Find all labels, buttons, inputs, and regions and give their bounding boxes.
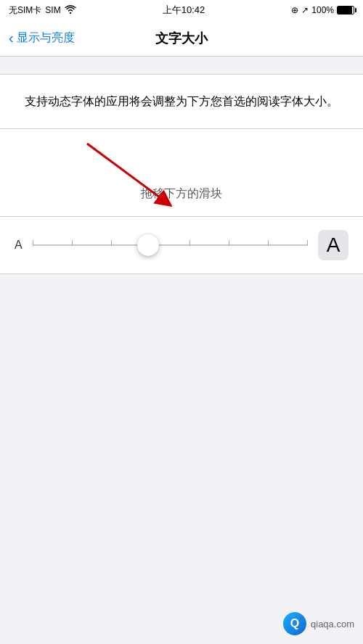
- watermark: Q qiaqa.com: [283, 612, 354, 635]
- page-title: 文字大小: [155, 30, 208, 47]
- back-label: 显示与亮度: [17, 30, 75, 46]
- watermark-logo-icon: Q: [283, 612, 306, 635]
- slider-thumb[interactable]: [137, 234, 159, 256]
- bottom-area: [0, 274, 363, 521]
- slider-large-a-wrap: A: [318, 230, 348, 260]
- back-chevron-icon: ‹: [9, 30, 14, 45]
- description-text: 支持动态字体的应用将会调整为下方您首选的阅读字体大小。: [15, 92, 348, 111]
- status-left: 无SIM卡 SIM: [9, 4, 76, 17]
- nav-bar: ‹ 显示与亮度 文字大小: [0, 20, 363, 57]
- slider-large-a-label: A: [327, 234, 340, 257]
- battery-fill: [338, 7, 352, 14]
- battery-icon: [337, 6, 354, 15]
- watermark-site-text: qiaqa.com: [311, 619, 354, 629]
- main-content: 支持动态字体的应用将会调整为下方您首选的阅读字体大小。 拖移下方的滑块 A: [0, 74, 363, 274]
- slider-track: [33, 244, 308, 246]
- watermark-logo-text: Q: [290, 617, 299, 630]
- status-time: 上午10:42: [163, 4, 205, 17]
- sim-icon: SIM: [45, 5, 60, 15]
- signal-arrow-icon: ↗: [301, 5, 309, 15]
- description-card: 支持动态字体的应用将会调整为下方您首选的阅读字体大小。: [0, 74, 363, 129]
- slider-track-container[interactable]: [33, 235, 308, 255]
- back-button[interactable]: ‹ 显示与亮度: [9, 30, 75, 46]
- slider-row: A A: [0, 216, 363, 274]
- status-bar: 无SIM卡 SIM 上午10:42 ⊕ ↗ 100%: [0, 0, 363, 20]
- status-right: ⊕ ↗ 100%: [291, 5, 354, 15]
- drag-instruction-text: 拖移下方的滑块: [141, 186, 222, 202]
- location-icon: ⊕: [291, 5, 298, 15]
- wifi-icon: [65, 5, 76, 16]
- carrier-label: 无SIM卡: [9, 4, 41, 17]
- battery-percent: 100%: [311, 5, 334, 15]
- slider-small-a-label: A: [15, 239, 23, 252]
- annotation-area: 拖移下方的滑块: [0, 129, 363, 216]
